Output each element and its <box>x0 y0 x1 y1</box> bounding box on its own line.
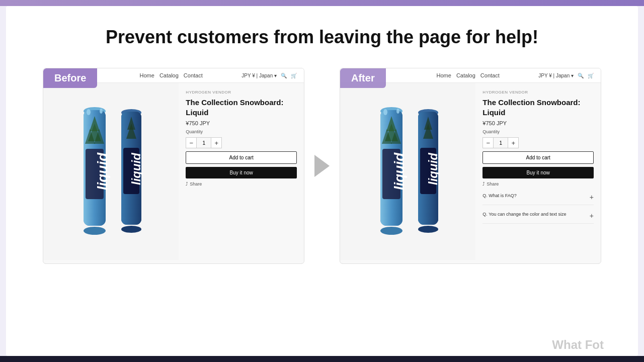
before-buy-now-button[interactable]: Buy it now <box>186 167 297 178</box>
svg-text:liquid: liquid <box>391 152 407 191</box>
arrow-container <box>304 155 340 177</box>
svg-point-30 <box>383 109 387 115</box>
top-bar <box>0 0 644 6</box>
svg-point-9 <box>84 227 106 235</box>
before-price: ¥750 JPY <box>186 120 297 126</box>
faq-item-2[interactable]: Q. You can change the color and text siz… <box>482 208 594 224</box>
share-icon: ⤴ <box>186 182 188 187</box>
main-card: Prevent customers from leaving the page … <box>6 6 638 356</box>
before-nav-contact[interactable]: Contact <box>184 72 203 78</box>
before-nav-right: JPY ¥ | Japan ▾ 🔍 🛒 <box>242 73 297 78</box>
arrow-right-icon <box>314 155 330 177</box>
before-add-cart-button[interactable]: Add to cart <box>186 151 297 164</box>
faq-item-1[interactable]: Q. What is FAQ? + <box>482 190 594 205</box>
after-product-images: 🔍 <box>340 83 475 260</box>
faq-expand-1[interactable]: + <box>590 193 594 201</box>
before-search-icon[interactable]: 🔍 <box>281 73 287 78</box>
after-quantity-label: Quantity <box>482 129 594 134</box>
faq-q1-text: Q. What is FAQ? <box>482 193 517 198</box>
faq-q2-text: Q. You can change the color and text siz… <box>482 212 566 217</box>
after-nav-contact[interactable]: Contact <box>480 72 500 78</box>
before-nav-catalog[interactable]: Catalog <box>159 72 179 78</box>
before-content: liquid <box>43 83 304 260</box>
svg-point-19 <box>121 226 141 233</box>
after-qty-value: 1 <box>494 137 508 148</box>
svg-text:liquid: liquid <box>426 152 440 185</box>
after-label: After <box>340 68 386 88</box>
before-quantity-label: Quantity <box>186 129 297 134</box>
svg-point-29 <box>380 227 403 235</box>
after-add-cart-button[interactable]: Add to cart <box>482 151 594 164</box>
after-share[interactable]: ⤴ Share <box>482 182 594 187</box>
after-qty-plus[interactable]: + <box>508 137 519 148</box>
after-qty-minus[interactable]: − <box>482 137 494 148</box>
svg-point-31 <box>396 109 399 114</box>
after-cart-icon[interactable]: 🛒 <box>588 73 594 78</box>
bottom-overlay-text: What Fot <box>552 338 604 352</box>
after-content: 🔍 <box>340 83 601 260</box>
after-buy-now-button[interactable]: Buy it now <box>482 167 594 178</box>
before-qty-plus[interactable]: + <box>211 137 222 148</box>
svg-point-39 <box>418 226 438 233</box>
after-vendor: HYDROGEN VENDOR <box>482 90 594 95</box>
before-snowboard-svg: liquid <box>71 96 151 247</box>
after-quantity-control: − 1 + <box>482 137 594 148</box>
after-snowboard-svg: liquid <box>368 96 448 247</box>
before-qty-value: 1 <box>197 137 211 148</box>
svg-text:liquid: liquid <box>95 152 110 191</box>
after-search-icon[interactable]: 🔍 <box>578 73 584 78</box>
after-panel: After Home Catalog Contact JPY ¥ | Japan… <box>340 68 601 264</box>
before-nav-links: Home Catalog Contact <box>115 72 203 78</box>
headline: Prevent customers from leaving the page … <box>106 26 538 48</box>
after-nav-home[interactable]: Home <box>437 72 451 78</box>
after-currency: JPY ¥ | Japan ▾ <box>538 73 574 78</box>
after-price: ¥750 JPY <box>482 120 594 126</box>
before-currency: JPY ¥ | Japan ▾ <box>242 73 277 78</box>
before-product-details: HYDROGEN VENDOR The Collection Snowboard… <box>179 83 304 260</box>
before-panel: Before Home Catalog Contact JPY ¥ | Japa… <box>43 68 304 264</box>
after-nav-right: JPY ¥ | Japan ▾ 🔍 🛒 <box>538 73 594 78</box>
before-cart-icon[interactable]: 🛒 <box>291 73 297 78</box>
before-label: Before <box>43 68 97 88</box>
after-nav-links: Home Catalog Contact <box>412 72 500 78</box>
before-product-title: The Collection Snowboard: Liquid <box>186 98 297 117</box>
after-product-title: The Collection Snowboard: Liquid <box>482 98 594 117</box>
after-share-icon: ⤴ <box>482 182 485 187</box>
before-vendor: HYDROGEN VENDOR <box>186 90 297 95</box>
svg-point-10 <box>87 109 91 115</box>
before-product-images: liquid <box>43 83 179 260</box>
before-qty-minus[interactable]: − <box>186 137 197 148</box>
svg-text:liquid: liquid <box>129 152 143 185</box>
before-quantity-control: − 1 + <box>186 137 297 148</box>
comparison-row: Before Home Catalog Contact JPY ¥ | Japa… <box>36 68 608 264</box>
after-product-details: HYDROGEN VENDOR The Collection Snowboard… <box>475 83 601 260</box>
svg-point-11 <box>100 109 103 114</box>
after-nav-catalog[interactable]: Catalog <box>456 72 475 78</box>
bottom-bar <box>0 356 644 362</box>
before-nav-home[interactable]: Home <box>140 72 154 78</box>
faq-expand-2[interactable]: + <box>590 212 594 220</box>
before-share[interactable]: ⤴ Share <box>186 182 297 187</box>
